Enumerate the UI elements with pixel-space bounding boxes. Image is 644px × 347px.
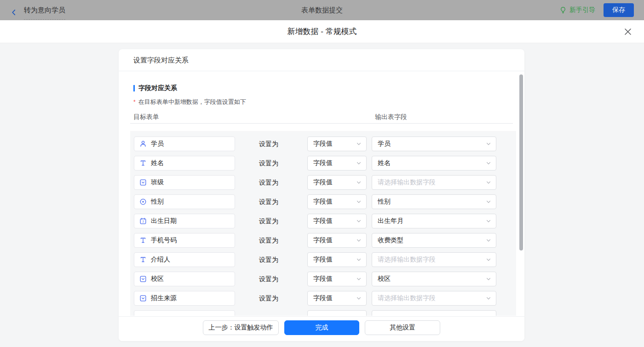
page-title: 表单数据提交 (0, 6, 644, 15)
mapping-row: 手机号码设置为字段值收费类型 (134, 233, 516, 248)
chevron-down-icon (486, 218, 491, 224)
value-mode-select[interactable]: 字段值 (307, 214, 367, 228)
output-field-select[interactable]: 性别 (372, 194, 496, 209)
value-mode-select[interactable]: 字段值 (307, 291, 367, 306)
target-field-label: 招生来源 (151, 294, 177, 302)
value-mode-selected: 字段值 (313, 140, 333, 148)
column-headers: 目标表单 输出表字段 (119, 113, 524, 120)
output-field-select[interactable]: 请选择输出数据字段 (372, 175, 496, 190)
other-settings-button[interactable]: 其他设置 (365, 320, 440, 335)
output-field-select[interactable]: 校区 (372, 272, 496, 286)
target-field-chip: 班级 (134, 175, 235, 190)
target-field-chip: 姓名 (134, 156, 235, 171)
target-field-label: 介绍人 (151, 256, 170, 264)
value-mode-select[interactable]: 字段值 (307, 194, 367, 209)
previous-step-button[interactable]: 上一步：设置触发动作 (203, 320, 279, 335)
col-header-output-fields: 输出表字段 (375, 113, 407, 121)
select-icon (139, 179, 147, 186)
chevron-down-icon (486, 141, 491, 147)
mapping-row: 介绍人设置为字段值请选择输出数据字段 (134, 252, 516, 267)
save-button[interactable]: 保存 (604, 3, 634, 17)
chevron-down-icon (356, 238, 362, 243)
value-mode-select[interactable]: 字段值 (307, 233, 367, 248)
target-field-label: 班级 (151, 178, 164, 187)
chevron-down-icon (486, 276, 491, 282)
section-title-label: 字段对应关系 (138, 84, 177, 92)
chevron-down-icon (356, 180, 362, 185)
lightbulb-icon (559, 6, 567, 14)
card-title: 设置字段对应关系 (119, 49, 524, 71)
set-as-label: 设置为 (259, 291, 278, 306)
value-mode-selected: 字段值 (313, 256, 333, 264)
mapping-row: 校区设置为字段值校区 (134, 272, 516, 286)
output-field-select[interactable]: 出生年月 (372, 214, 496, 228)
header-divider (130, 123, 513, 124)
finish-button[interactable]: 完成 (284, 320, 359, 335)
back-button[interactable]: 转为意向学员 (10, 1, 65, 20)
target-field-label: 手机号码 (151, 236, 177, 245)
target-field-label: 校区 (151, 275, 164, 283)
card-footer: 上一步：设置触发动作 完成 其他设置 (119, 316, 524, 341)
chevron-down-icon (356, 218, 362, 224)
value-mode-select[interactable]: 字段值 (307, 156, 367, 171)
set-as-label: 设置为 (259, 252, 278, 267)
output-field-selected: 收费类型 (378, 236, 403, 245)
output-field-selected: 姓名 (378, 159, 391, 167)
modal-body: 设置字段对应关系 字段对应关系 *在目标表单中新增数据，字段值设置如下 目标表单… (0, 43, 644, 347)
close-icon[interactable] (624, 28, 632, 36)
value-mode-selected: 字段值 (313, 159, 333, 167)
back-chevron-icon (10, 9, 17, 16)
value-mode-select[interactable]: 字段值 (307, 252, 367, 267)
target-field-chip: 学员 (134, 137, 235, 151)
mapping-row: 7出生日期设置为字段值出生年月 (134, 214, 516, 228)
set-as-label: 设置为 (259, 214, 278, 228)
mapping-row: 学员设置为字段值学员 (134, 137, 516, 151)
text-icon (139, 256, 147, 263)
modal-title: 新增数据 - 常规模式 (0, 20, 644, 43)
output-field-select[interactable]: 请选择输出数据字段 (372, 291, 496, 306)
chevron-down-icon (486, 238, 491, 243)
set-as-label: 设置为 (259, 137, 278, 151)
set-as-label: 设置为 (259, 272, 278, 286)
value-mode-select[interactable] (307, 310, 367, 316)
top-app-bar: 转为意向学员 表单数据提交 新手引导 保存 (0, 0, 644, 20)
output-field-select[interactable] (372, 310, 496, 316)
beginner-guide-link[interactable]: 新手引导 (559, 6, 595, 14)
value-mode-select[interactable]: 字段值 (307, 175, 367, 190)
output-field-selected: 请选择输出数据字段 (378, 294, 436, 302)
output-field-select[interactable]: 收费类型 (372, 233, 496, 248)
target-field-label: 姓名 (151, 159, 164, 167)
chevron-down-icon (486, 257, 491, 262)
output-field-select[interactable]: 学员 (372, 137, 496, 151)
output-field-select[interactable]: 请选择输出数据字段 (372, 252, 496, 267)
text-icon (139, 159, 147, 167)
target-field-chip: 手机号码 (134, 233, 235, 248)
target-field-chip: 校区 (134, 272, 235, 286)
value-mode-select[interactable]: 字段值 (307, 272, 367, 286)
value-mode-select[interactable]: 字段值 (307, 137, 367, 151)
user-icon (139, 140, 147, 148)
required-mark: * (133, 99, 136, 105)
value-mode-selected: 字段值 (313, 294, 333, 302)
section-note: *在目标表单中新增数据，字段值设置如下 (133, 99, 524, 105)
set-as-label: 设置为 (259, 156, 278, 171)
mapping-row: 招生来源设置为字段值请选择输出数据字段 (134, 291, 516, 306)
chevron-down-icon (486, 296, 491, 301)
chevron-down-icon (356, 199, 362, 205)
set-as-label: 设置为 (259, 233, 278, 248)
scrollbar-thumb[interactable] (519, 74, 523, 250)
target-field-label: 出生日期 (151, 217, 177, 225)
chevron-down-icon (356, 141, 362, 147)
chevron-down-icon (356, 296, 362, 301)
value-mode-selected: 字段值 (313, 178, 333, 187)
target-field-chip: 介绍人 (134, 252, 235, 267)
date-icon: 7 (139, 217, 147, 225)
chevron-down-icon (486, 199, 491, 205)
output-field-selected: 请选择输出数据字段 (378, 256, 436, 264)
value-mode-selected: 字段值 (313, 198, 333, 206)
output-field-select[interactable]: 姓名 (372, 156, 496, 171)
output-field-selected: 请选择输出数据字段 (378, 178, 436, 187)
note-text: 在目标表单中新增数据，字段值设置如下 (138, 98, 246, 105)
target-field-chip (134, 310, 235, 316)
svg-text:7: 7 (142, 220, 144, 224)
